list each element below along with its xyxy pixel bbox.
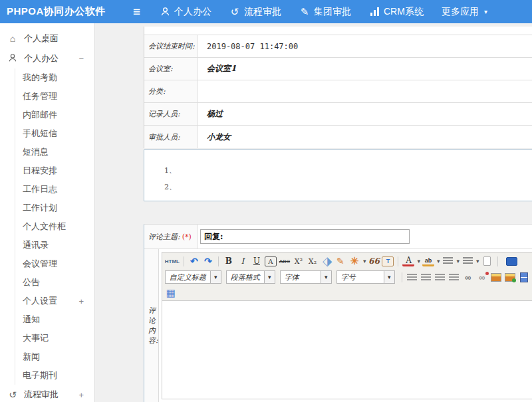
sidebar-item-work-diary[interactable]: 工作日志	[15, 180, 94, 199]
font-style-button[interactable]: A	[265, 256, 277, 266]
nav-workflow-approval[interactable]: ↺ 流程审批	[229, 6, 281, 18]
caret-down-icon[interactable]: ▾	[363, 258, 366, 264]
nav-group-approval[interactable]: ✎ 集团审批	[299, 6, 351, 18]
sidebar-item-file-cabinet[interactable]: 个人文件柜	[15, 217, 94, 236]
sidebar-item-attendance[interactable]: 我的考勤	[15, 68, 94, 87]
nav-personal-office[interactable]: 个人办公	[160, 6, 211, 18]
paragraph-format-select[interactable]: 段落格式 ▾	[226, 270, 275, 284]
sidebar-item-e-journal[interactable]: 电子期刊	[15, 366, 94, 385]
sidebar-item-personal-settings[interactable]: 个人设置 +	[15, 292, 94, 310]
table-row-partial	[144, 27, 532, 35]
format-brush-icon[interactable]: ✎	[334, 255, 346, 267]
font-color-button[interactable]: A	[402, 256, 414, 266]
caret-down-icon[interactable]: ▾	[476, 258, 479, 264]
sidebar-item-label: 任务管理	[23, 90, 57, 102]
sidebar-item-desktop[interactable]: ⌂ 个人桌面	[0, 29, 94, 49]
sidebar-item-schedule[interactable]: 日程安排	[15, 161, 94, 180]
editor-content-area[interactable]	[162, 301, 532, 399]
nav-crm[interactable]: CRM系统	[369, 6, 424, 18]
sidebar-item-notice[interactable]: 通知	[15, 310, 94, 329]
blockquote-button[interactable]: 66	[368, 255, 380, 267]
caret-down-icon[interactable]: ▾	[321, 271, 331, 283]
comment-subject-input[interactable]	[200, 229, 410, 244]
field-value-approver: 小龙女	[198, 126, 532, 148]
undo-icon[interactable]: ↶	[188, 255, 200, 267]
main-content: 会议结束时间: 2019-08-07 11:47:00 会议室: 会议室1 分类…	[95, 23, 532, 402]
sidebar-item-meeting-mgmt[interactable]: 会议管理	[15, 254, 94, 273]
collapse-toggle[interactable]: −	[78, 54, 84, 64]
content-label: 评论内容:	[148, 306, 158, 346]
expand-toggle[interactable]: +	[78, 296, 84, 306]
image-upload-icon[interactable]	[505, 273, 515, 282]
content-value-cell: HTML ↶ ↷ B I U A ABC X² X₂ ◪	[159, 249, 532, 402]
caret-down-icon[interactable]: ▾	[384, 271, 394, 283]
sidebar-item-announcement[interactable]: 公告	[15, 273, 94, 292]
toolbar-separator	[218, 256, 219, 266]
unordered-list-icon[interactable]	[463, 257, 473, 265]
caret-down-icon: ▾	[484, 8, 487, 15]
sidebar-item-tasks[interactable]: 任务管理	[15, 87, 94, 106]
paste-text-icon[interactable]: T	[382, 256, 394, 266]
sidebar-item-major-events[interactable]: 大事记	[15, 329, 94, 348]
nav-label: 流程审批	[244, 6, 281, 18]
superscript-button[interactable]: X²	[293, 255, 305, 267]
caret-down-icon[interactable]: ▾	[437, 258, 440, 264]
meeting-detail-table: 会议结束时间: 2019-08-07 11:47:00 会议室: 会议室1 分类…	[144, 27, 532, 148]
caret-down-icon[interactable]: ▾	[264, 271, 275, 283]
field-label: 审批人员:	[144, 126, 198, 148]
sidebar-item-internal-mail[interactable]: 内部邮件	[15, 106, 94, 124]
align-center-icon[interactable]	[421, 274, 431, 281]
toolbar-separator	[398, 256, 398, 266]
sidebar-item-personal-office[interactable]: 个人办公 −	[0, 49, 94, 68]
quick-format-icon[interactable]: ✳	[348, 255, 360, 267]
eraser-icon[interactable]: ◪	[318, 252, 334, 269]
image-icon[interactable]	[491, 273, 501, 282]
caret-down-icon[interactable]: ▾	[210, 271, 221, 283]
subscript-button[interactable]: X₂	[307, 255, 319, 267]
sidebar-item-news[interactable]: 新闻	[15, 348, 94, 366]
bold-button[interactable]: B	[223, 255, 235, 267]
custom-title-select[interactable]: 自定义标题 ▾	[165, 270, 221, 284]
font-size-select[interactable]: 字号 ▾	[336, 270, 395, 284]
ordered-list-icon[interactable]	[443, 257, 453, 265]
fullscreen-icon[interactable]	[506, 257, 517, 266]
sidebar-item-workflow[interactable]: ↺ 流程审批 +	[0, 385, 94, 402]
link-icon[interactable]: ∞	[462, 271, 474, 283]
highlight-color-button[interactable]: ab	[422, 256, 434, 266]
underline-button[interactable]: U	[251, 255, 263, 267]
sidebar-item-contacts[interactable]: 通讯录	[15, 236, 94, 254]
align-justify-icon[interactable]	[449, 274, 459, 281]
font-family-select[interactable]: 字体 ▾	[280, 270, 332, 284]
table-icon[interactable]: ▦	[165, 287, 177, 299]
sidebar-item-label: 通知	[23, 314, 40, 326]
redo-icon[interactable]: ↷	[202, 255, 214, 267]
sidebar-item-short-message[interactable]: 短消息	[15, 143, 94, 161]
field-value-room: 会议室1	[198, 58, 532, 80]
italic-button[interactable]: I	[237, 255, 249, 267]
caret-down-icon[interactable]: ▾	[457, 258, 460, 264]
sidebar-item-label: 公告	[23, 276, 40, 288]
align-right-icon[interactable]	[435, 274, 445, 281]
hamburger-icon[interactable]: ≡	[133, 5, 140, 19]
media-icon[interactable]	[520, 272, 528, 282]
align-left-icon[interactable]	[407, 274, 417, 281]
table-row: 会议结束时间: 2019-08-07 11:47:00	[144, 35, 532, 58]
expand-toggle[interactable]: +	[78, 390, 84, 400]
sidebar-item-label: 电子期刊	[23, 369, 57, 381]
nav-label: 更多应用	[442, 6, 479, 18]
field-label: 分类:	[144, 80, 198, 102]
caret-down-icon[interactable]: ▾	[417, 258, 420, 264]
subject-value-cell	[198, 225, 532, 249]
meeting-minutes-box: 1、 2、	[144, 150, 532, 201]
sidebar-item-label: 手机短信	[23, 128, 57, 140]
person-icon	[160, 7, 170, 17]
strikethrough-button[interactable]: ABC	[279, 255, 291, 267]
app-logo: PHPOA协同办公软件	[7, 5, 106, 18]
new-page-icon[interactable]	[483, 256, 491, 266]
nav-more-apps[interactable]: 更多应用 ▾	[442, 6, 487, 18]
sidebar-item-sms[interactable]: 手机短信	[15, 124, 94, 143]
sidebar-item-label: 个人办公	[24, 52, 59, 64]
html-source-button[interactable]: HTML	[165, 255, 180, 267]
unlink-icon[interactable]: ∞	[476, 271, 488, 283]
sidebar-item-work-plan[interactable]: 工作计划	[15, 199, 94, 217]
